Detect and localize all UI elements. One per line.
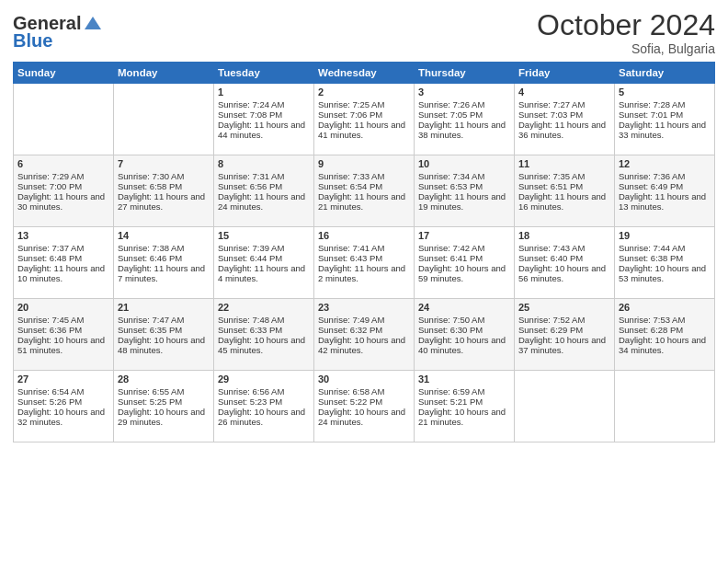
sunrise-text: Sunrise: 7:49 AM — [318, 315, 410, 325]
sunrise-text: Sunrise: 6:59 AM — [418, 386, 510, 396]
sunrise-text: Sunrise: 7:28 AM — [619, 99, 711, 109]
sunrise-text: Sunrise: 7:44 AM — [619, 243, 711, 253]
day-number: 12 — [619, 158, 711, 169]
calendar-cell — [114, 84, 214, 155]
day-number: 25 — [518, 302, 610, 313]
svg-marker-0 — [85, 17, 101, 29]
calendar-cell: 20Sunrise: 7:45 AMSunset: 6:36 PMDayligh… — [14, 299, 114, 371]
calendar-cell: 18Sunrise: 7:43 AMSunset: 6:40 PMDayligh… — [515, 227, 615, 299]
daylight-text: Daylight: 11 hours and 13 minutes. — [619, 191, 711, 212]
daylight-text: Daylight: 10 hours and 37 minutes. — [518, 335, 610, 355]
sunrise-text: Sunrise: 7:29 AM — [17, 171, 109, 181]
sunrise-text: Sunrise: 7:38 AM — [118, 243, 210, 253]
sunset-text: Sunset: 6:43 PM — [318, 253, 410, 263]
day-number: 18 — [518, 230, 610, 241]
daylight-text: Daylight: 11 hours and 10 minutes. — [17, 263, 109, 283]
calendar-cell: 4Sunrise: 7:27 AMSunset: 7:03 PMDaylight… — [515, 84, 615, 155]
day-number: 28 — [118, 373, 210, 385]
sunset-text: Sunset: 7:01 PM — [619, 109, 711, 120]
sunrise-text: Sunrise: 7:31 AM — [218, 171, 310, 181]
day-number: 31 — [418, 373, 510, 385]
day-number: 7 — [118, 158, 210, 169]
daylight-text: Daylight: 11 hours and 2 minutes. — [318, 263, 410, 283]
day-number: 15 — [218, 230, 310, 241]
sunset-text: Sunset: 6:36 PM — [17, 325, 109, 335]
page-container: General Blue October 2024 Sofia, Bulgari… — [0, 0, 728, 563]
calendar-cell: 26Sunrise: 7:53 AMSunset: 6:28 PMDayligh… — [615, 299, 715, 371]
calendar-header-row: SundayMondayTuesdayWednesdayThursdayFrid… — [14, 63, 715, 84]
calendar-cell: 25Sunrise: 7:52 AMSunset: 6:29 PMDayligh… — [515, 299, 615, 371]
daylight-text: Daylight: 11 hours and 19 minutes. — [418, 191, 510, 212]
calendar-header-sunday: Sunday — [14, 63, 114, 84]
sunset-text: Sunset: 7:03 PM — [518, 109, 610, 120]
sunrise-text: Sunrise: 7:30 AM — [118, 171, 210, 181]
calendar-cell: 15Sunrise: 7:39 AMSunset: 6:44 PMDayligh… — [214, 227, 314, 299]
day-number: 27 — [17, 373, 109, 385]
day-number: 22 — [218, 302, 310, 313]
calendar-cell: 3Sunrise: 7:26 AMSunset: 7:05 PMDaylight… — [415, 84, 515, 155]
calendar-cell: 2Sunrise: 7:25 AMSunset: 7:06 PMDaylight… — [314, 84, 415, 155]
calendar-cell: 14Sunrise: 7:38 AMSunset: 6:46 PMDayligh… — [114, 227, 214, 299]
day-number: 2 — [318, 86, 410, 98]
sunset-text: Sunset: 6:40 PM — [518, 253, 610, 263]
daylight-text: Daylight: 10 hours and 48 minutes. — [118, 335, 210, 355]
calendar-cell: 12Sunrise: 7:36 AMSunset: 6:49 PMDayligh… — [615, 155, 715, 227]
sunset-text: Sunset: 6:56 PM — [218, 181, 310, 191]
sunrise-text: Sunrise: 7:26 AM — [418, 99, 510, 109]
sunset-text: Sunset: 6:38 PM — [619, 253, 711, 263]
calendar-header-wednesday: Wednesday — [314, 63, 415, 84]
day-number: 30 — [318, 373, 410, 385]
sunset-text: Sunset: 6:33 PM — [218, 325, 310, 335]
daylight-text: Daylight: 10 hours and 40 minutes. — [418, 335, 510, 355]
day-number: 24 — [418, 302, 510, 313]
sunset-text: Sunset: 6:35 PM — [118, 325, 210, 335]
daylight-text: Daylight: 10 hours and 26 minutes. — [218, 407, 310, 427]
sunrise-text: Sunrise: 6:58 AM — [318, 386, 410, 396]
daylight-text: Daylight: 10 hours and 59 minutes. — [418, 263, 510, 283]
calendar-week-row: 1Sunrise: 7:24 AMSunset: 7:08 PMDaylight… — [14, 84, 715, 155]
sunset-text: Sunset: 6:30 PM — [418, 325, 510, 335]
calendar-cell: 5Sunrise: 7:28 AMSunset: 7:01 PMDaylight… — [615, 84, 715, 155]
day-number: 9 — [318, 158, 410, 169]
calendar-week-row: 20Sunrise: 7:45 AMSunset: 6:36 PMDayligh… — [14, 299, 715, 371]
daylight-text: Daylight: 10 hours and 51 minutes. — [17, 335, 109, 355]
daylight-text: Daylight: 10 hours and 32 minutes. — [17, 407, 109, 427]
calendar-cell: 11Sunrise: 7:35 AMSunset: 6:51 PMDayligh… — [515, 155, 615, 227]
month-title: October 2024 — [537, 9, 715, 41]
calendar-header-thursday: Thursday — [415, 63, 515, 84]
calendar-week-row: 13Sunrise: 7:37 AMSunset: 6:48 PMDayligh… — [14, 227, 715, 299]
day-number: 8 — [218, 158, 310, 169]
day-number: 23 — [318, 302, 410, 313]
calendar-cell: 16Sunrise: 7:41 AMSunset: 6:43 PMDayligh… — [314, 227, 415, 299]
sunset-text: Sunset: 5:21 PM — [418, 396, 510, 407]
day-number: 26 — [619, 302, 711, 313]
sunset-text: Sunset: 6:44 PM — [218, 253, 310, 263]
sunset-text: Sunset: 7:08 PM — [218, 109, 310, 120]
day-number: 1 — [218, 86, 310, 98]
daylight-text: Daylight: 11 hours and 44 minutes. — [218, 120, 310, 140]
sunrise-text: Sunrise: 7:37 AM — [17, 243, 109, 253]
daylight-text: Daylight: 11 hours and 4 minutes. — [218, 263, 310, 283]
sunset-text: Sunset: 7:05 PM — [418, 109, 510, 120]
sunset-text: Sunset: 6:49 PM — [619, 181, 711, 191]
calendar-cell — [515, 371, 615, 442]
header: General Blue October 2024 Sofia, Bulgari… — [13, 9, 715, 56]
sunrise-text: Sunrise: 7:24 AM — [218, 99, 310, 109]
calendar-cell: 22Sunrise: 7:48 AMSunset: 6:33 PMDayligh… — [214, 299, 314, 371]
daylight-text: Daylight: 11 hours and 24 minutes. — [218, 191, 310, 212]
sunrise-text: Sunrise: 7:53 AM — [619, 315, 711, 325]
daylight-text: Daylight: 10 hours and 45 minutes. — [218, 335, 310, 355]
sunrise-text: Sunrise: 7:39 AM — [218, 243, 310, 253]
sunrise-text: Sunrise: 6:56 AM — [218, 386, 310, 396]
daylight-text: Daylight: 10 hours and 21 minutes. — [418, 407, 510, 427]
day-number: 20 — [17, 302, 109, 313]
sunset-text: Sunset: 5:26 PM — [17, 396, 109, 407]
daylight-text: Daylight: 10 hours and 53 minutes. — [619, 263, 711, 283]
calendar-header-friday: Friday — [515, 63, 615, 84]
daylight-text: Daylight: 11 hours and 36 minutes. — [518, 120, 610, 140]
sunrise-text: Sunrise: 7:27 AM — [518, 99, 610, 109]
daylight-text: Daylight: 11 hours and 27 minutes. — [118, 191, 210, 212]
calendar-cell: 19Sunrise: 7:44 AMSunset: 6:38 PMDayligh… — [615, 227, 715, 299]
calendar-cell: 9Sunrise: 7:33 AMSunset: 6:54 PMDaylight… — [314, 155, 415, 227]
day-number: 17 — [418, 230, 510, 241]
